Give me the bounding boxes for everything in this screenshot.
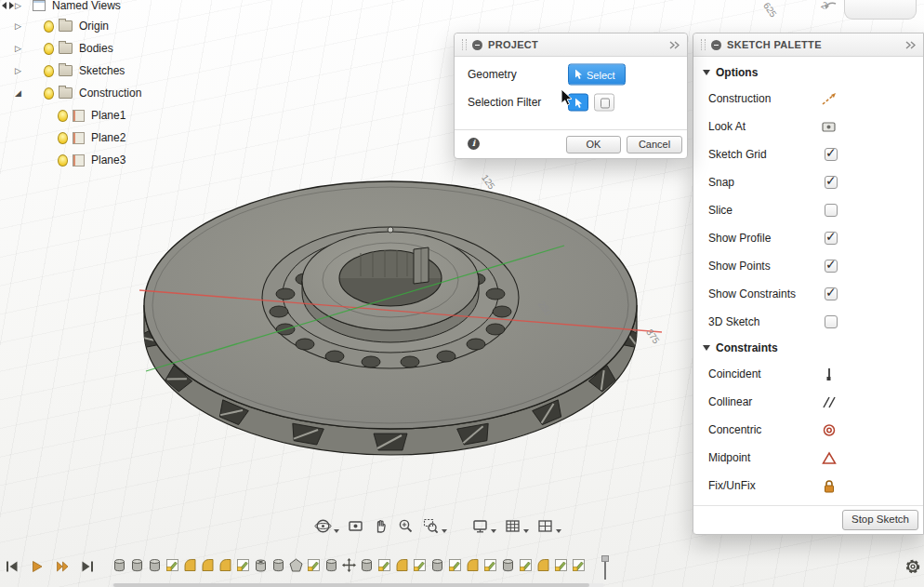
timeline-feature-sketch[interactable] (571, 557, 587, 573)
expander-open-icon[interactable]: ◢ (15, 88, 27, 98)
timeline-feature-sketch[interactable] (553, 557, 569, 573)
constraint-fix-unfix[interactable]: Fix/UnFix (693, 472, 923, 500)
lock-icon[interactable] (821, 478, 838, 494)
viewports-button[interactable] (536, 517, 561, 535)
timeline-feature-cylinder[interactable] (147, 557, 163, 573)
coincident-icon[interactable] (821, 367, 838, 382)
constraint-coincident[interactable]: Coincident (693, 360, 923, 388)
browser-item-construction[interactable]: ◢ Construction (0, 83, 141, 103)
pane-collapse-left-icon[interactable] (2, 2, 7, 9)
browser-pane-arrows[interactable] (2, 2, 14, 9)
palette-option-look-at[interactable]: Look At (693, 113, 923, 140)
section-collapse-icon[interactable] (703, 345, 710, 351)
constraints-section-header[interactable]: Constraints (693, 336, 923, 360)
zoom-button[interactable] (397, 517, 415, 535)
palette-option-construction[interactable]: Construction (693, 85, 923, 113)
timeline-feature-fillet[interactable] (465, 557, 481, 573)
constraint-concentric[interactable]: Concentric (693, 416, 923, 444)
browser-item-bodies[interactable]: ▷ Bodies (0, 38, 113, 59)
browser-item-sketches[interactable]: ▷ Sketches (0, 60, 125, 81)
visibility-bulb-icon[interactable] (44, 20, 54, 33)
browser-item-plane3[interactable]: Plane3 (0, 150, 125, 170)
pane-collapse-right-icon[interactable] (9, 2, 14, 9)
dropdown-caret-icon[interactable] (491, 529, 496, 533)
browser-item-plane1[interactable]: Plane1 (0, 105, 125, 126)
expand-palette-icon[interactable] (905, 41, 916, 49)
visibility-bulb-icon[interactable] (44, 87, 54, 100)
stop-sketch-button[interactable]: Stop Sketch (842, 510, 918, 530)
pan-button[interactable] (372, 517, 389, 535)
dropdown-caret-icon[interactable] (556, 529, 561, 533)
timeline-feature-fillet[interactable] (394, 557, 410, 573)
info-icon[interactable]: i (468, 138, 480, 150)
construction-line-icon[interactable] (821, 91, 838, 107)
look-at-icon[interactable] (821, 119, 838, 135)
midpoint-icon[interactable] (821, 450, 838, 466)
selection-filter-body-button[interactable] (594, 94, 614, 112)
slice-checkbox[interactable] (825, 204, 838, 217)
timeline-feature-fillet[interactable] (182, 557, 198, 573)
cancel-button[interactable]: Cancel (627, 136, 682, 153)
timeline-feature-sketch[interactable] (447, 557, 463, 573)
dropdown-caret-icon[interactable] (442, 529, 447, 533)
timeline-marker[interactable] (601, 555, 608, 580)
timeline-step-forward-button[interactable] (55, 559, 70, 578)
timeline-feature-sketch[interactable] (412, 557, 428, 573)
snap-checkbox[interactable] (825, 176, 838, 189)
timeline-feature-sketch[interactable] (518, 557, 534, 573)
concentric-icon[interactable] (821, 422, 838, 438)
browser-item-plane2[interactable]: Plane2 (0, 127, 125, 148)
collinear-icon[interactable] (821, 394, 838, 410)
timeline-feature-cylinder[interactable] (112, 557, 127, 573)
window-zoom-button[interactable] (422, 517, 447, 535)
timeline-skip-to-start-button[interactable] (5, 559, 20, 578)
timeline-feature-fillet[interactable] (535, 557, 551, 573)
timeline-scrollbar[interactable] (112, 583, 604, 587)
timeline-feature-cylinder[interactable] (359, 557, 375, 573)
timeline-feature-fillet[interactable] (200, 557, 216, 573)
show-constraints-checkbox[interactable] (825, 287, 838, 300)
geometry-select-button[interactable]: Select (568, 64, 626, 86)
timeline-feature-cylinder[interactable] (323, 557, 339, 573)
browser-item-named-views[interactable]: ▷ Named Views (0, 0, 121, 16)
visibility-bulb-icon[interactable] (58, 110, 68, 122)
expander-icon[interactable]: ▷ (15, 21, 27, 31)
sketch-palette-header[interactable]: SKETCH PALETTE (693, 33, 923, 57)
options-section-header[interactable]: Options (693, 60, 923, 85)
viewcube-rotate-arrow-icon[interactable] (824, 1, 838, 18)
section-collapse-icon[interactable] (703, 70, 710, 75)
timeline-feature-fillet[interactable] (218, 557, 233, 573)
sketch-grid-checkbox[interactable] (825, 148, 838, 161)
drag-grip-icon[interactable] (701, 39, 706, 50)
browser-item-origin[interactable]: ▷ Origin (0, 16, 109, 36)
dropdown-caret-icon[interactable] (523, 529, 529, 533)
timeline-feature-move[interactable] (341, 557, 357, 573)
viewcube[interactable] (844, 0, 917, 20)
show-profile-checkbox[interactable] (825, 232, 838, 245)
visibility-bulb-icon[interactable] (58, 154, 68, 167)
project-dialog-header[interactable]: PROJECT (455, 33, 687, 57)
timeline-feature-cylinder[interactable] (500, 557, 516, 573)
timeline-feature-sketch[interactable] (165, 557, 180, 573)
dropdown-caret-icon[interactable] (334, 529, 339, 533)
ok-button[interactable]: OK (566, 136, 621, 153)
timeline-feature-cylinder[interactable] (129, 557, 145, 573)
3d-sketch-checkbox[interactable] (825, 315, 838, 328)
scrollbar-thumb[interactable] (113, 583, 589, 587)
look-at-button[interactable] (347, 517, 364, 535)
settings-gear-button[interactable] (904, 558, 921, 579)
show-points-checkbox[interactable] (825, 260, 838, 273)
timeline-skip-to-end-button[interactable] (80, 559, 95, 578)
constraint-midpoint[interactable]: Midpoint (693, 444, 923, 472)
display-settings-button[interactable] (471, 517, 496, 535)
drag-grip-icon[interactable] (462, 39, 467, 50)
timeline-feature-sketch[interactable] (376, 557, 392, 573)
constraint-collinear[interactable]: Collinear (693, 388, 923, 416)
timeline-feature-cylinder[interactable] (271, 557, 286, 573)
timeline-feature-sketch[interactable] (306, 557, 322, 573)
visibility-bulb-icon[interactable] (58, 132, 68, 144)
timeline-feature-hole[interactable] (253, 557, 269, 573)
visibility-bulb-icon[interactable] (44, 65, 54, 77)
expander-icon[interactable]: ▷ (15, 66, 27, 75)
timeline-feature-polygon[interactable] (288, 557, 304, 573)
